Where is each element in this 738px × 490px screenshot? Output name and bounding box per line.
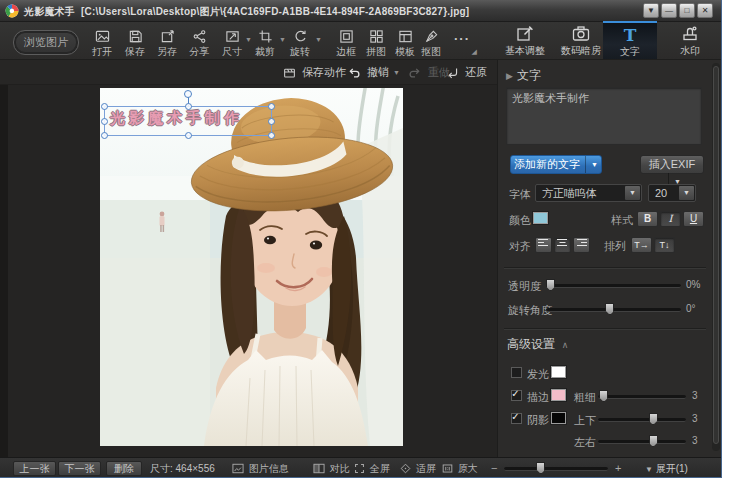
toolbar-rotate[interactable]: 旋转 bbox=[285, 29, 315, 59]
stroke-checkbox[interactable] bbox=[511, 390, 522, 401]
tab-basic-adjust[interactable]: 基本调整 bbox=[498, 22, 552, 59]
text-settings-panel: ▶文字 光影魔术手制作 添加新的文字▼ 插入EXIF▼ 字体 方正喵呜体 ▼ 2… bbox=[497, 60, 722, 457]
handle-mid-right[interactable] bbox=[268, 118, 275, 125]
redo-button[interactable]: 重做 bbox=[408, 64, 450, 80]
vertical-text-button[interactable]: T↓ bbox=[654, 237, 675, 253]
font-size-dropdown-arrow[interactable]: ▼ bbox=[679, 186, 694, 200]
photo-girl-straw-hat[interactable] bbox=[100, 88, 403, 446]
rotation-value: 0° bbox=[686, 303, 696, 314]
save-action-button[interactable]: 保存动作 bbox=[283, 64, 346, 80]
expand-panel-button[interactable]: ▼ 展开(1) bbox=[645, 462, 688, 476]
fit-screen-button[interactable]: 适屏 bbox=[400, 462, 436, 476]
advanced-settings-header[interactable]: 高级设置 ∧ bbox=[507, 336, 568, 353]
toolbar-border[interactable]: 边框 bbox=[331, 29, 361, 59]
align-label: 对齐 bbox=[509, 239, 531, 254]
toolbar-share[interactable]: 分享 bbox=[184, 29, 214, 59]
panel-divider bbox=[504, 328, 706, 329]
rotate-dropdown-arrow[interactable]: ▼ bbox=[315, 36, 322, 43]
vertical-offset-slider-thumb[interactable] bbox=[649, 413, 658, 425]
delete-image-button[interactable]: 删除 bbox=[106, 461, 142, 476]
vertical-offset-label: 上下 bbox=[574, 413, 596, 428]
underline-button[interactable]: U bbox=[683, 211, 704, 227]
canvas-text-overlay[interactable]: 光影魔术手制作 bbox=[104, 106, 272, 136]
opacity-slider[interactable] bbox=[546, 284, 681, 288]
zoom-slider-thumb[interactable] bbox=[536, 462, 545, 474]
toolbar-collage[interactable]: 拼图 bbox=[361, 29, 391, 59]
image-canvas[interactable]: 光影魔术手制作 bbox=[0, 85, 497, 457]
toolbar-more[interactable]: ··· ◢ bbox=[447, 31, 477, 56]
tab-watermark[interactable]: 水印 bbox=[663, 22, 717, 59]
undo-button[interactable]: 撤销 bbox=[347, 64, 389, 80]
align-right-button[interactable] bbox=[573, 237, 590, 253]
maximize-button[interactable]: □ bbox=[679, 3, 695, 18]
glow-checkbox[interactable] bbox=[511, 367, 522, 378]
handle-top-left[interactable] bbox=[101, 103, 108, 110]
handle-bottom-right[interactable] bbox=[268, 132, 275, 139]
shadow-color-swatch[interactable] bbox=[551, 412, 566, 424]
glow-color-swatch[interactable] bbox=[551, 366, 566, 378]
font-family-dropdown-arrow[interactable]: ▼ bbox=[625, 186, 640, 200]
image-size-info: 尺寸: 464×556 bbox=[150, 462, 215, 476]
zoom-out-button[interactable]: − bbox=[491, 462, 497, 474]
overlay-text[interactable]: 光影魔术手制作 bbox=[110, 109, 243, 128]
redo-icon bbox=[408, 66, 422, 83]
panel-header[interactable]: ▶文字 bbox=[506, 67, 541, 84]
font-family-select[interactable]: 方正喵呜体 ▼ bbox=[535, 184, 642, 202]
opacity-slider-thumb[interactable] bbox=[546, 279, 555, 291]
cutout-pen-icon bbox=[416, 29, 446, 44]
insert-exif-button[interactable]: 插入EXIF▼ bbox=[640, 155, 704, 174]
next-image-button[interactable]: 下一张 bbox=[58, 461, 101, 476]
thickness-slider-thumb[interactable] bbox=[599, 390, 608, 402]
tab-text[interactable]: T 文字 bbox=[603, 21, 657, 59]
rotation-slider-thumb[interactable] bbox=[605, 303, 614, 315]
handle-mid-left[interactable] bbox=[101, 118, 108, 125]
window-menu-button[interactable]: ▼ bbox=[643, 3, 659, 18]
original-size-icon bbox=[442, 463, 453, 476]
undo-dropdown-arrow[interactable]: ▼ bbox=[393, 69, 400, 76]
close-button[interactable]: ✕ bbox=[697, 3, 713, 18]
shadow-checkbox[interactable] bbox=[511, 413, 522, 424]
bold-button[interactable]: B bbox=[637, 211, 658, 227]
fullscreen-button[interactable]: 全屏 bbox=[354, 462, 390, 476]
toolbar-save[interactable]: 保存 bbox=[120, 29, 150, 59]
handle-bottom-left[interactable] bbox=[101, 132, 108, 139]
compare-button[interactable]: 对比 bbox=[313, 462, 350, 476]
title-bar[interactable]: 光影魔术手 [C:\Users\Lora\Desktop\图片\{4AC169F… bbox=[0, 0, 721, 22]
panel-scrollbar-thumb[interactable] bbox=[713, 66, 719, 444]
text-color-swatch[interactable] bbox=[533, 212, 548, 224]
toolbar-resize[interactable]: 尺寸 bbox=[217, 29, 247, 59]
thickness-slider[interactable] bbox=[598, 395, 686, 399]
italic-button[interactable]: I bbox=[660, 211, 681, 227]
horizontal-text-button[interactable]: T→ bbox=[631, 237, 652, 253]
browse-images-button[interactable]: 浏览图片 bbox=[13, 30, 79, 55]
align-center-button[interactable] bbox=[554, 237, 571, 253]
rotation-slider[interactable] bbox=[546, 308, 681, 312]
handle-top-center[interactable] bbox=[185, 103, 192, 110]
toolbar-open[interactable]: 打开 bbox=[87, 29, 117, 59]
tab-digital-darkroom[interactable]: 数码暗房 bbox=[554, 22, 608, 59]
image-info-button[interactable]: 图片信息 bbox=[232, 462, 289, 476]
image-info-icon bbox=[232, 463, 244, 476]
add-new-text-button[interactable]: 添加新的文字▼ bbox=[510, 155, 602, 174]
toolbar-cutout[interactable]: 抠图 bbox=[416, 29, 446, 59]
original-size-button[interactable]: 原大 bbox=[442, 462, 478, 476]
zoom-slider[interactable] bbox=[504, 467, 608, 471]
horizontal-offset-slider[interactable] bbox=[598, 440, 686, 444]
add-text-dropdown-arrow[interactable]: ▼ bbox=[585, 156, 598, 173]
font-size-select[interactable]: 20 ▼ bbox=[648, 184, 696, 202]
horizontal-offset-slider-thumb[interactable] bbox=[649, 435, 658, 447]
previous-image-button[interactable]: 上一张 bbox=[13, 461, 56, 476]
handle-bottom-center[interactable] bbox=[185, 132, 192, 139]
toolbar-crop[interactable]: 裁剪 bbox=[250, 29, 280, 59]
rotation-handle[interactable] bbox=[184, 90, 192, 98]
restore-button[interactable]: 还原 bbox=[446, 64, 487, 80]
vertical-offset-slider[interactable] bbox=[598, 418, 686, 422]
minimize-button[interactable]: — bbox=[661, 3, 677, 18]
handle-top-right[interactable] bbox=[268, 103, 275, 110]
zoom-in-button[interactable]: + bbox=[615, 462, 621, 474]
toolbar-save-as[interactable]: 另存 bbox=[152, 29, 182, 59]
stroke-color-swatch[interactable] bbox=[551, 389, 566, 401]
panel-scrollbar[interactable] bbox=[712, 63, 720, 451]
text-content-input[interactable]: 光影魔术手制作 bbox=[506, 87, 702, 145]
align-left-button[interactable] bbox=[535, 237, 552, 253]
